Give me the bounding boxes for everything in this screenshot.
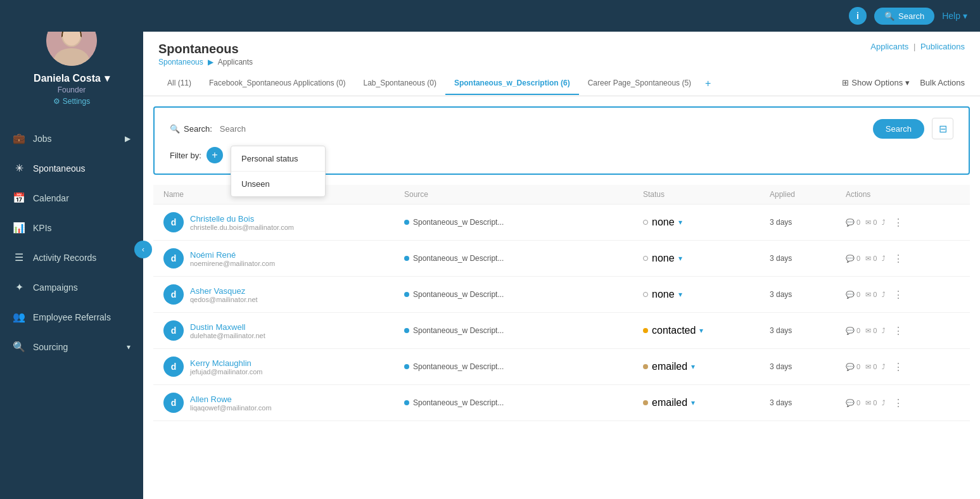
comments-icon[interactable]: 💬 0 <box>846 218 860 227</box>
tab-add-button[interactable]: + <box>700 72 716 96</box>
emails-icon[interactable]: ✉ 0 <box>865 399 877 407</box>
applicants-link[interactable]: Applicants <box>870 42 908 51</box>
more-options-button[interactable]: ⋮ <box>893 361 903 373</box>
filter-add-button[interactable]: + <box>207 147 223 163</box>
share-icon[interactable]: ⤴ <box>882 255 886 262</box>
filter-option-unseen[interactable]: Unseen <box>231 172 325 196</box>
avatar: d <box>163 284 184 305</box>
status-value: none <box>652 253 675 264</box>
sidebar-item-activity-records[interactable]: ☰ Activity Records <box>0 243 143 272</box>
user-role: Founder <box>58 85 86 94</box>
sidebar-item-calendar[interactable]: 📅 Calendar <box>0 183 143 213</box>
applicant-email: jefujad@mailinator.com <box>190 368 263 376</box>
applied-cell: 3 days <box>770 218 846 227</box>
more-options-button[interactable]: ⋮ <box>893 325 903 337</box>
applicant-info: Noémi René noemirene@mailinator.com <box>190 250 275 267</box>
search-row: 🔍 Search: Search ⊟ <box>170 118 953 139</box>
bulk-actions-label: Bulk Actions <box>920 78 965 87</box>
emails-icon[interactable]: ✉ 0 <box>865 327 877 335</box>
breadcrumb-parent-link[interactable]: Spontaneous <box>158 58 203 66</box>
search-input[interactable] <box>220 124 865 134</box>
page-title: Spontaneous <box>158 42 253 56</box>
source-cell: Spontaneous_w Descript... <box>404 254 643 263</box>
search-button[interactable]: Search <box>873 119 924 139</box>
status-dropdown-arrow[interactable]: ▾ <box>678 290 682 299</box>
global-search-button[interactable]: 🔍 Search <box>874 8 934 25</box>
sourcing-icon: 🔍 <box>13 341 25 353</box>
comments-icon[interactable]: 💬 0 <box>846 363 860 371</box>
more-options-button[interactable]: ⋮ <box>893 397 903 409</box>
emails-icon[interactable]: ✉ 0 <box>865 291 877 299</box>
status-dropdown-arrow[interactable]: ▾ <box>699 326 703 335</box>
help-button[interactable]: Help ▾ <box>942 11 967 21</box>
sidebar-item-campaigns[interactable]: ✦ Campaigns <box>0 272 143 302</box>
user-dropdown-icon[interactable]: ▾ <box>105 72 110 84</box>
publications-link[interactable]: Publications <box>920 42 965 51</box>
sidebar-item-jobs[interactable]: 💼 Jobs ▶ <box>0 123 143 153</box>
applied-cell: 3 days <box>770 362 846 371</box>
comments-icon[interactable]: 💬 0 <box>846 291 860 299</box>
tab-career[interactable]: Career Page_Spontaneous (5) <box>579 72 700 95</box>
sidebar-item-sourcing[interactable]: 🔍 Sourcing ▾ <box>0 332 143 362</box>
help-label: Help <box>942 11 960 21</box>
share-icon[interactable]: ⤴ <box>882 327 886 334</box>
applicant-name-link[interactable]: Noémi René <box>190 250 275 260</box>
more-options-button[interactable]: ⋮ <box>893 253 903 265</box>
table-row: d Allen Rowe liqaqowef@mailinator.com Sp… <box>153 385 970 421</box>
applicant-name-link[interactable]: Christelle du Bois <box>190 214 294 224</box>
share-icon[interactable]: ⤴ <box>882 399 886 407</box>
sidebar-item-kpis[interactable]: 📊 KPIs <box>0 213 143 243</box>
source-label: Spontaneous_w Descript... <box>413 398 504 407</box>
actions-cell: 💬 0 ✉ 0 ⤴ ⋮ <box>846 253 960 265</box>
search-label: 🔍 Search: <box>170 124 212 134</box>
status-dropdown-arrow[interactable]: ▾ <box>691 362 695 371</box>
status-indicator <box>643 400 648 405</box>
sidebar-item-label: Campaigns <box>33 282 78 293</box>
sidebar-item-employee-referrals[interactable]: 👥 Employee Referrals <box>0 302 143 332</box>
applicant-name-link[interactable]: Dustin Maxwell <box>190 322 265 332</box>
spontaneous-icon: ✳ <box>13 162 25 174</box>
emails-icon[interactable]: ✉ 0 <box>865 363 877 371</box>
avatar: d <box>163 320 184 341</box>
comments-icon[interactable]: 💬 0 <box>846 399 860 407</box>
share-icon[interactable]: ⤴ <box>882 363 886 370</box>
actions-cell: 💬 0 ✉ 0 ⤴ ⋮ <box>846 289 960 301</box>
tab-all[interactable]: All (11) <box>158 72 200 95</box>
global-search-label: Search <box>898 11 924 21</box>
page-header-top: Spontaneous Spontaneous ▶ Applicants App… <box>158 42 965 66</box>
settings-link[interactable]: ⚙ Settings <box>53 97 90 106</box>
filter-icon-button[interactable]: ⊟ <box>932 118 953 139</box>
emails-icon[interactable]: ✉ 0 <box>865 218 877 227</box>
page-header-links: Applicants | Publications <box>870 42 965 51</box>
info-icon[interactable]: i <box>849 7 867 25</box>
bulk-actions-button[interactable]: Bulk Actions <box>920 78 965 87</box>
sidebar-toggle-button[interactable]: ‹ <box>134 241 152 258</box>
share-icon[interactable]: ⤴ <box>882 218 886 226</box>
status-value: contacted <box>652 325 696 336</box>
filter-icon: ⊟ <box>939 123 947 135</box>
emails-icon[interactable]: ✉ 0 <box>865 255 877 263</box>
applicant-name-link[interactable]: Asher Vasquez <box>190 286 258 296</box>
comments-icon[interactable]: 💬 0 <box>846 327 860 335</box>
status-dropdown-arrow[interactable]: ▾ <box>678 254 682 263</box>
applicant-name-link[interactable]: Allen Rowe <box>190 395 272 404</box>
applicant-name-link[interactable]: Kerry Mclaughlin <box>190 358 263 368</box>
status-indicator <box>643 256 648 261</box>
sidebar-item-label: Jobs <box>33 134 52 144</box>
filter-option-personal-status[interactable]: Personal status <box>231 146 325 172</box>
share-icon[interactable]: ⤴ <box>882 291 886 298</box>
tab-lab[interactable]: Lab_Spontaneous (0) <box>355 72 445 95</box>
applied-cell: 3 days <box>770 398 846 407</box>
status-dropdown-arrow[interactable]: ▾ <box>678 218 682 227</box>
tab-spontaneous-w[interactable]: Spontaneous_w_Description (6) <box>445 72 579 95</box>
more-options-button[interactable]: ⋮ <box>893 217 903 229</box>
status-dropdown-arrow[interactable]: ▾ <box>691 398 695 407</box>
show-options-button[interactable]: ⊞ Show Options ▾ <box>842 78 910 87</box>
filter-by-label: Filter by: <box>170 151 201 160</box>
comments-icon[interactable]: 💬 0 <box>846 255 860 263</box>
more-options-button[interactable]: ⋮ <box>893 289 903 301</box>
tab-facebook[interactable]: Facebook_Spontaneous Applications (0) <box>200 72 354 95</box>
sidebar-item-spontaneous[interactable]: ✳ Spontaneous <box>0 153 143 183</box>
status-indicator <box>643 220 648 225</box>
source-dot <box>404 328 409 333</box>
